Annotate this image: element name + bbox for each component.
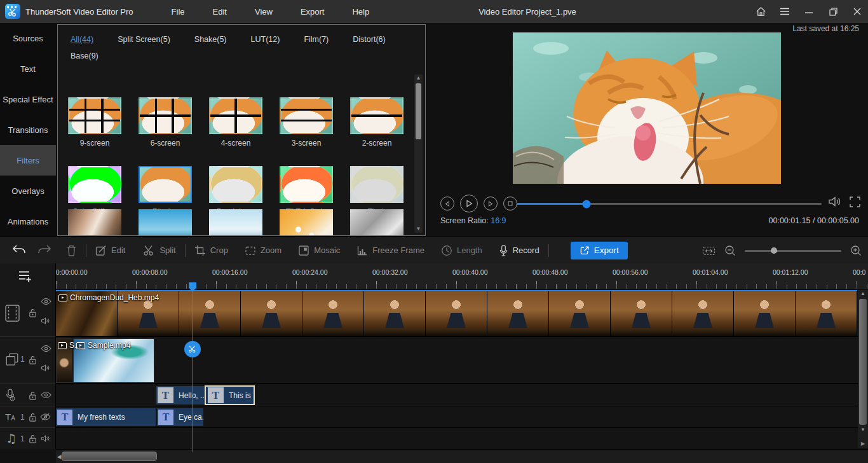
filter-tab-film[interactable]: Film(7) <box>304 35 329 44</box>
overlay-track[interactable]: S... Sample.mp4 <box>56 337 868 384</box>
seek-bar[interactable] <box>517 203 822 205</box>
track-lock-icon[interactable] <box>28 308 37 318</box>
scroll-down-icon[interactable]: ▼ <box>414 225 423 233</box>
zoom-tool-button[interactable]: Zoom <box>245 245 281 256</box>
scrollbar-thumb[interactable] <box>416 83 421 139</box>
track-visibility-off-icon[interactable] <box>40 413 51 421</box>
filter-tab-base[interactable]: Base(9) <box>71 52 98 60</box>
text-clip-eye-catcher[interactable]: T Eye ca... <box>157 408 203 426</box>
filter-item-9-screen[interactable]: 9-screen <box>65 97 124 148</box>
close-button[interactable] <box>851 6 863 17</box>
filter-tab-all[interactable]: All(44) <box>71 35 93 44</box>
export-button[interactable]: Export <box>571 242 628 259</box>
previous-frame-button[interactable] <box>440 197 454 211</box>
next-frame-button[interactable] <box>484 197 498 211</box>
volume-icon[interactable] <box>828 196 842 207</box>
text-clip-my-fresh-texts[interactable]: T My fresh texts <box>56 408 156 426</box>
timeline-zoom-in-icon[interactable] <box>850 245 862 256</box>
filter-item-partial-1[interactable] <box>68 209 121 236</box>
overlay-clip-small[interactable]: S... <box>56 338 72 383</box>
minimize-button[interactable] <box>803 6 815 17</box>
sidebar-item-transitions[interactable]: Transitions <box>0 114 56 145</box>
scrollbar-thumb[interactable] <box>859 299 867 425</box>
mosaic-tool-button[interactable]: Mosaic <box>298 245 340 256</box>
filter-item-partial-5[interactable] <box>350 209 403 236</box>
text-clip-this-is[interactable]: T This is ... <box>205 385 255 405</box>
maximize-button[interactable] <box>827 6 839 17</box>
sidebar-item-special-effect[interactable]: Special Effect <box>0 84 56 114</box>
filter-item-partial-3[interactable] <box>209 209 262 236</box>
seek-knob[interactable] <box>583 200 591 208</box>
sidebar-item-sources[interactable]: Sources <box>0 23 56 53</box>
menu-view[interactable]: View <box>255 7 273 17</box>
video-clip-chromagen[interactable]: ChromagenDud_Heb.mp4 <box>56 290 857 336</box>
text-track[interactable]: T My fresh texts T Eye ca... <box>56 406 868 428</box>
home-icon[interactable] <box>755 6 766 17</box>
length-tool-button[interactable]: Length <box>441 245 482 256</box>
music-track[interactable] <box>56 428 868 450</box>
filter-item-4-screen[interactable]: 4-screen <box>207 97 265 148</box>
hamburger-menu-icon[interactable] <box>779 6 790 17</box>
track-lock-icon[interactable] <box>28 355 37 365</box>
fit-timeline-icon[interactable] <box>702 245 715 256</box>
zoom-slider-knob[interactable] <box>771 247 777 254</box>
undo-button[interactable] <box>11 244 27 256</box>
scroll-down-icon[interactable]: ▼ <box>858 426 868 434</box>
menu-bar: File Edit View Export Help <box>172 7 370 17</box>
video-preview[interactable] <box>513 32 781 184</box>
edit-tool-button[interactable]: Edit <box>95 245 125 256</box>
track-visibility-icon[interactable] <box>41 391 51 399</box>
overlay-clip-sample[interactable]: Sample.mp4 <box>73 338 154 383</box>
menu-help[interactable]: Help <box>352 7 369 17</box>
filter-tab-distort[interactable]: Distort(6) <box>353 35 385 44</box>
filter-item-partial-4[interactable] <box>280 209 333 236</box>
filter-tab-shake[interactable]: Shake(5) <box>194 35 227 44</box>
split-tool-button[interactable]: Split <box>143 245 175 256</box>
crop-tool-button[interactable]: Crop <box>194 245 228 256</box>
menu-edit[interactable]: Edit <box>213 7 227 17</box>
playhead-split-button[interactable] <box>184 341 201 357</box>
menu-file[interactable]: File <box>172 7 185 17</box>
filter-item-3-screen[interactable]: 3-screen <box>277 97 336 148</box>
scroll-up-icon[interactable]: ▲ <box>414 74 423 82</box>
video-track[interactable]: ChromagenDud_Heb.mp4 <box>56 290 868 337</box>
add-track-button[interactable] <box>18 270 33 282</box>
filters-scrollbar[interactable]: ▲ ▼ <box>414 74 423 233</box>
redo-button[interactable] <box>37 244 52 256</box>
track-mute-icon[interactable] <box>41 317 51 325</box>
sidebar-item-text[interactable]: Text <box>0 53 56 84</box>
filter-item-partial-2[interactable] <box>139 209 192 236</box>
record-button[interactable]: Record <box>499 244 539 257</box>
sidebar-item-filters[interactable]: Filters <box>0 145 56 176</box>
screen-ratio[interactable]: Screen Ratio: 16:9 <box>440 216 506 225</box>
sidebar-item-overlays[interactable]: Overlays <box>0 176 56 206</box>
filter-item-6-screen[interactable]: 6-screen <box>136 97 194 148</box>
scroll-right-icon[interactable]: ▶ <box>858 440 868 448</box>
track-lock-icon[interactable] <box>28 412 37 422</box>
timeline-zoom-out-icon[interactable] <box>724 245 736 256</box>
filter-tab-split-screen[interactable]: Split Screen(5) <box>118 35 170 44</box>
fullscreen-icon[interactable] <box>850 197 860 207</box>
track-mute-icon[interactable] <box>41 364 51 372</box>
filter-tab-lut[interactable]: LUT(12) <box>251 35 280 44</box>
scrollbar-thumb[interactable] <box>62 452 157 461</box>
menu-export[interactable]: Export <box>301 7 325 17</box>
timeline-ruler[interactable]: 00:00:00.00 00:00:08.00 00:00:16.00 00:0… <box>56 263 868 290</box>
caption-track[interactable]: T Hello, ... T This is ... <box>56 384 868 406</box>
stop-button[interactable] <box>503 197 517 211</box>
delete-button[interactable] <box>66 244 77 256</box>
scroll-up-icon[interactable]: ▲ <box>858 290 868 298</box>
filter-item-2-screen[interactable]: 2-screen <box>348 97 406 148</box>
track-visibility-icon[interactable] <box>41 345 51 352</box>
freeze-frame-tool-button[interactable]: Freeze Frame <box>356 245 424 256</box>
timeline-horizontal-scrollbar[interactable]: ◀ <box>56 449 868 463</box>
sidebar-item-animations[interactable]: Animations <box>0 206 56 237</box>
timeline-vertical-scrollbar[interactable]: ▲ ▼ ▶ <box>858 290 868 448</box>
track-lock-icon[interactable] <box>28 390 37 401</box>
track-visibility-icon[interactable] <box>41 298 51 305</box>
text-clip-hello[interactable]: T Hello, ... <box>156 386 205 404</box>
play-button[interactable] <box>460 195 478 212</box>
track-lock-icon[interactable] <box>28 434 37 444</box>
track-mute-icon[interactable] <box>41 434 51 443</box>
timeline-zoom-slider[interactable] <box>745 250 841 252</box>
